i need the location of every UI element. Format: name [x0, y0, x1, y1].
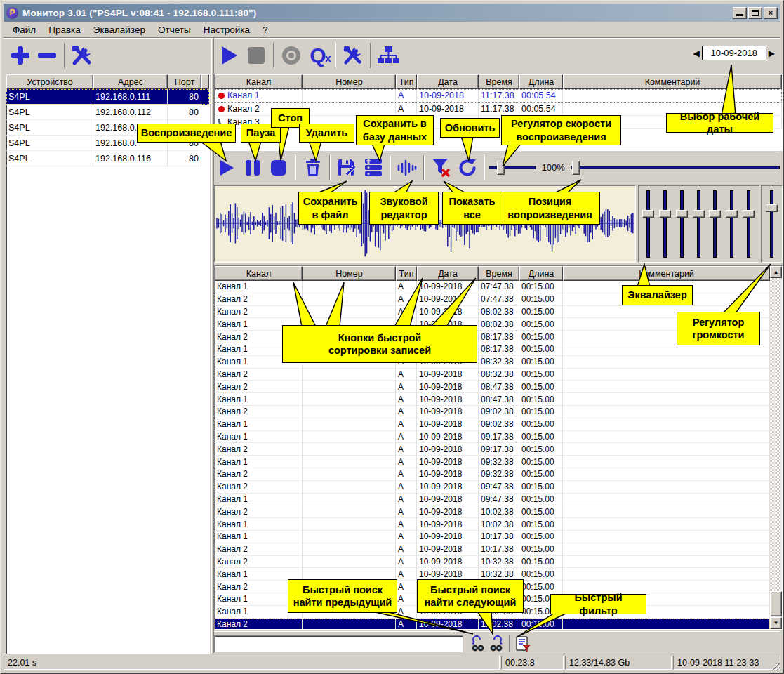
monitor-stop-button[interactable]: [243, 42, 270, 69]
scrollbar-thumb[interactable]: [770, 591, 782, 616]
menu-item-правка[interactable]: Правка: [42, 23, 87, 37]
waveform-display[interactable]: [214, 185, 636, 263]
device-row[interactable]: S4PL192.168.0.11480: [6, 120, 209, 136]
column-header-1[interactable]: Канал: [215, 266, 303, 281]
table-row[interactable]: Канал 2A10-09-201808:02.3800:15.00: [215, 306, 770, 319]
network-button[interactable]: [375, 42, 401, 69]
work-date-input[interactable]: [702, 46, 766, 60]
device-row[interactable]: S4PL192.168.0.11680: [6, 151, 209, 166]
column-header-4[interactable]: Дата: [417, 266, 479, 281]
table-row[interactable]: Канал 3: [215, 116, 782, 129]
minimize-button[interactable]: [733, 7, 747, 19]
equalizer-slider-6[interactable]: [724, 189, 740, 259]
equalizer-slider-thumb[interactable]: [676, 210, 688, 218]
scroll-up-button[interactable]: ▲: [770, 266, 782, 278]
equalizer-slider-2[interactable]: [657, 189, 674, 259]
table-row[interactable]: Канал 1A10-09-201810:32.3800:15.00: [215, 568, 770, 581]
save-to-file-button[interactable]: [334, 155, 360, 180]
table-row[interactable]: Канал 2A10-09-201809:47.3800:15.00: [215, 481, 770, 494]
speed-slider[interactable]: [489, 161, 536, 174]
equalizer-slider-track[interactable]: [646, 190, 650, 258]
refresh-button[interactable]: [454, 155, 480, 180]
table-row[interactable]: Канал 1A10-09-201808:02.3800:15.00: [215, 318, 770, 331]
device-row[interactable]: S4PL192.168.0.11280: [6, 105, 209, 120]
records-scrollbar[interactable]: ▲ ▼: [770, 266, 782, 629]
column-header-2[interactable]: Номер: [303, 74, 396, 89]
menu-item-файл[interactable]: Файл: [6, 23, 42, 37]
equalizer-slider-track[interactable]: [697, 190, 700, 258]
speed-slider-thumb[interactable]: [497, 161, 505, 175]
table-row[interactable]: Канал 1A10-09-201811:02.3800:15.00: [215, 606, 770, 619]
column-header-3[interactable]: Тип: [396, 74, 417, 89]
equalizer-slider-7[interactable]: [740, 189, 757, 259]
column-header-1[interactable]: Канал: [215, 74, 303, 89]
table-row[interactable]: Канал 2A10-09-201808:17.3800:15.00: [215, 331, 770, 343]
column-header-2[interactable]: Адрес: [93, 74, 168, 89]
remove-device-button[interactable]: [34, 42, 60, 69]
add-device-button[interactable]: [7, 42, 34, 69]
monitor-play-button[interactable]: [216, 42, 243, 69]
equalizer-slider-thumb[interactable]: [693, 210, 705, 218]
equalizer-slider-thumb[interactable]: [726, 210, 738, 218]
device-row[interactable]: S4PL192.168.0.11180: [6, 89, 209, 105]
stop-playback-button[interactable]: [266, 155, 292, 180]
show-all-button[interactable]: [428, 155, 454, 180]
column-header-3[interactable]: Порт: [168, 74, 201, 89]
table-row[interactable]: Канал 1A10-09-201811:17.3800:05.54: [215, 89, 782, 103]
equalizer-slider-track[interactable]: [663, 190, 667, 258]
table-row[interactable]: Канал 2A10-09-201810:02.3800:15.00: [215, 505, 770, 518]
device-settings-button[interactable]: [69, 42, 95, 69]
equalizer-slider-4[interactable]: [691, 189, 707, 259]
equalizer-slider-track[interactable]: [730, 190, 733, 258]
position-slider-thumb[interactable]: [572, 161, 580, 175]
table-row[interactable]: Канал 1A10-09-201809:02.3800:15.00: [215, 418, 770, 431]
table-row[interactable]: Канал 2A10-09-201810:17.3800:15.00: [215, 543, 770, 556]
record-button[interactable]: [278, 42, 305, 69]
sound-editor-button[interactable]: [394, 155, 420, 180]
scroll-down-button[interactable]: ▼: [770, 617, 782, 629]
menu-item-?[interactable]: ?: [256, 23, 274, 37]
pause-button[interactable]: [240, 155, 266, 180]
equalizer-slider-thumb[interactable]: [659, 210, 671, 218]
table-row[interactable]: Канал 2A10-09-201809:02.3800:15.00: [215, 406, 770, 418]
table-row[interactable]: Канал 1A10-09-201810:17.3800:15.00: [215, 531, 770, 543]
table-row[interactable]: Канал 2A10-09-201807:47.3800:15.00: [215, 293, 770, 306]
settings-button[interactable]: [340, 42, 366, 69]
equalizer-slider-1[interactable]: [640, 189, 657, 259]
column-header-7[interactable]: Комментарий: [563, 74, 782, 89]
play-record-button[interactable]: [214, 155, 240, 180]
equalizer-slider-thumb[interactable]: [709, 210, 721, 218]
table-row[interactable]: Канал 1A10-09-201808:17.3800:15.00: [215, 343, 770, 356]
position-slider[interactable]: [571, 161, 780, 174]
cancel-search-button[interactable]: Qx: [305, 42, 331, 69]
column-header-7[interactable]: Комментарий: [563, 266, 770, 281]
resize-grip[interactable]: [771, 661, 780, 670]
save-to-db-button[interactable]: [360, 155, 386, 180]
table-row[interactable]: Канал 2A10-09-201811:17.3800:05.54: [215, 103, 782, 116]
column-header-1[interactable]: Устройство: [6, 74, 93, 89]
quick-filter-button[interactable]: [514, 635, 532, 653]
column-header-2[interactable]: Номер: [303, 266, 396, 281]
table-row[interactable]: Канал 1A10-09-201810:02.3800:15.00: [215, 518, 770, 531]
equalizer-slider-thumb[interactable]: [642, 210, 654, 218]
column-header-5[interactable]: Время: [479, 266, 519, 281]
table-row[interactable]: Канал 1A10-09-201809:32.3800:15.00: [215, 456, 770, 468]
column-header-6[interactable]: Длина: [519, 74, 563, 89]
column-header-6[interactable]: Длина: [519, 266, 563, 281]
position-slider-track[interactable]: [571, 166, 780, 169]
column-header-4[interactable]: Дата: [417, 74, 479, 89]
equalizer-slider-track[interactable]: [747, 190, 750, 258]
menu-item-отчеты[interactable]: Отчеты: [152, 23, 197, 37]
table-row[interactable]: Канал 2A10-09-201809:32.3800:15.00: [215, 468, 770, 481]
speed-slider-track[interactable]: [489, 166, 536, 169]
table-row[interactable]: Канал 2A10-09-201810:47.3800:15.00: [215, 581, 770, 593]
date-next-arrow[interactable]: ▶: [766, 47, 777, 60]
column-header-3[interactable]: Тип: [396, 266, 417, 281]
menu-item-эквалайзер[interactable]: Эквалайзер: [87, 23, 152, 37]
table-row[interactable]: Канал 2A10-09-201808:32.3800:15.00: [215, 369, 770, 381]
table-row[interactable]: Канал 1A10-09-201810:47.3800:15.00: [215, 593, 770, 606]
menu-item-настройка[interactable]: Настройка: [197, 23, 256, 37]
column-header-5[interactable]: Время: [479, 74, 519, 89]
equalizer-slider-track[interactable]: [680, 190, 684, 258]
device-row[interactable]: S4PL192.168.0.80: [6, 136, 209, 151]
